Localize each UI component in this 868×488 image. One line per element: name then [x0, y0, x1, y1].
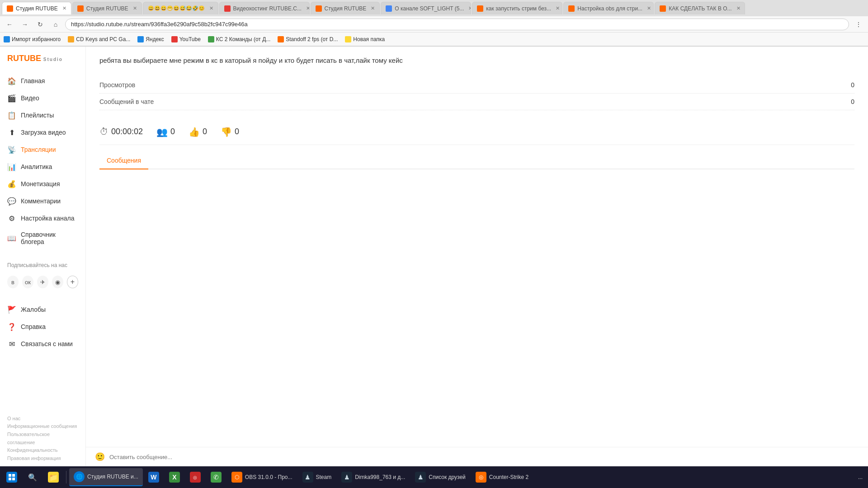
bookmark-standoff[interactable]: Standoff 2 fps (от D... [278, 36, 338, 42]
home-button[interactable]: ⌂ [50, 19, 61, 30]
tab-8-close[interactable]: ✕ [647, 5, 651, 11]
tab-3[interactable]: 😀😃😄😁😆😅😂🤣😊 ✕ [143, 2, 218, 14]
taskbar-steam1[interactable]: ♟ Steam [298, 468, 336, 486]
tab-2[interactable]: Студия RUTUBE ✕ [72, 2, 142, 14]
sidebar-item-comments[interactable]: 💬 Комментарии [0, 192, 85, 210]
sidebar-item-video[interactable]: 🎬 Видео [0, 89, 85, 107]
stream-controls: ⏱ 00:00:02 👥 0 👍 0 👎 0 [99, 119, 854, 145]
sidebar-item-home[interactable]: 🏠 Главная [0, 72, 85, 89]
tab-messages[interactable]: Сообщения [99, 152, 148, 169]
footer-privacy[interactable]: Конфиденциальность [7, 446, 78, 455]
tab-1[interactable]: Студия RUTUBE ✕ [2, 2, 71, 14]
sidebar-video-label: Видео [21, 94, 39, 102]
tab-7-favicon [477, 5, 483, 12]
blog-help-icon: 📖 [7, 234, 16, 243]
sidebar-complaints-label: Жалобы [21, 306, 46, 313]
sidebar-item-upload[interactable]: ⬆ Загрузка видео [0, 124, 85, 141]
taskbar-search[interactable]: 🔍 [23, 468, 42, 486]
tab-8-favicon [568, 5, 575, 12]
taskbar-steam3[interactable]: ♟ Список друзей [410, 468, 470, 486]
bookmarks-bar: Импорт избранного CD Keys and PC Ga... Я… [0, 33, 868, 46]
comments-icon: 💬 [7, 197, 16, 206]
telegram-button[interactable]: ✈ [37, 276, 48, 288]
bookmark-folder[interactable]: Новая папка [345, 36, 385, 42]
svg-rect-3 [12, 478, 15, 480]
tab-9[interactable]: КАК СДЕЛАТЬ ТАК В О... ✕ [655, 2, 745, 14]
taskbar-steam2[interactable]: ♟ Dimka998_763 и д... [337, 468, 410, 486]
sidebar-item-analytics[interactable]: 📊 Аналитика [0, 158, 85, 175]
bookmark-youtube[interactable]: YouTube [171, 36, 201, 42]
taskbar-cs2[interactable]: ◎ Counter-Strike 2 [471, 468, 533, 486]
address-text: https://studio.rutube.ru/stream/936ffa3e… [71, 21, 248, 28]
tab-3-close[interactable]: ✕ [209, 5, 213, 11]
tab-7-close[interactable]: ✕ [556, 5, 560, 11]
chat-input[interactable] [109, 454, 859, 460]
back-button[interactable]: ← [4, 19, 15, 30]
tab-5[interactable]: Студия RUTUBE ✕ [311, 2, 380, 14]
bookmark-standoff-icon [278, 36, 284, 42]
tab-2-close[interactable]: ✕ [133, 5, 137, 11]
faq-icon: ❓ [7, 322, 16, 331]
bookmark-cdkeys[interactable]: CD Keys and PC Ga... [68, 36, 130, 42]
taskbar-excel[interactable]: X [165, 468, 184, 486]
refresh-button[interactable]: ↻ [34, 19, 46, 30]
tab-1-favicon [7, 5, 13, 12]
taskbar-time: ... [858, 474, 863, 480]
windows-icon [6, 472, 17, 483]
sidebar-playlists-label: Плейлисты [21, 112, 54, 119]
bookmark-yandex[interactable]: Яндекс [137, 36, 164, 42]
tab-1-close[interactable]: ✕ [62, 5, 66, 11]
sidebar-item-monetization[interactable]: 💰 Монетизация [0, 175, 85, 192]
footer-info[interactable]: Информационные сообщения [7, 422, 78, 431]
forward-button[interactable]: → [19, 19, 31, 30]
social-more-button[interactable]: + [67, 276, 78, 288]
taskbar-obs-label: OBS 31.0.0 - Про... [245, 474, 292, 480]
tab-4-close[interactable]: ✕ [306, 5, 310, 11]
subscribe-section: Подписывайтесь на нас [0, 258, 85, 272]
sidebar-item-faq[interactable]: ❓ Справка [0, 318, 85, 335]
taskbar-whatsapp[interactable]: ✆ [206, 468, 226, 486]
social-row: в ок ✈ ◉ + [0, 272, 85, 292]
sidebar-item-settings[interactable]: ⚙ Настройка канала [0, 210, 85, 227]
taskbar-cs-icon[interactable]: ◎ [185, 468, 205, 486]
taskbar-word[interactable]: W [144, 468, 164, 486]
bookmark-youtube-label: YouTube [179, 36, 201, 42]
ok-button[interactable]: ок [22, 276, 33, 288]
taskbar-cs2-label: Counter-Strike 2 [489, 474, 528, 480]
sidebar-item-contact[interactable]: ✉ Связаться с нами [0, 335, 85, 352]
tab-6[interactable]: О канале SOFT_LIGHT (5... ✕ [381, 2, 471, 14]
tab-8[interactable]: Настройка obs для стри... ✕ [563, 2, 654, 14]
tab-6-close[interactable]: ✕ [468, 5, 471, 11]
taskbar-edge[interactable]: 🌐 Студия RUTUBE и... [69, 468, 143, 486]
footer-terms[interactable]: Пользовательское соглашение [7, 431, 78, 446]
sidebar-item-blog-help[interactable]: 📖 Справочник блогера [0, 227, 85, 249]
footer-about[interactable]: О нас [7, 415, 78, 423]
sidebar-item-playlists[interactable]: 📋 Плейлисты [0, 107, 85, 124]
cs-icon: ◎ [190, 472, 201, 483]
tab-5-close[interactable]: ✕ [371, 5, 375, 11]
tab-3-label: 😀😃😄😁😆😅😂🤣😊 [148, 5, 205, 11]
bookmark-cs[interactable]: КС 2 Команды (от Д... [208, 36, 270, 42]
taskbar-files[interactable]: 📁 [43, 468, 63, 486]
taskbar-steam2-label: Dimka998_763 и д... [355, 474, 405, 480]
sidebar-item-complaints[interactable]: 🚩 Жалобы [0, 301, 85, 318]
vk-button[interactable]: в [7, 276, 19, 288]
files-icon: 📁 [48, 472, 59, 483]
edge-icon: 🌐 [74, 471, 85, 482]
extensions-button[interactable]: ⋮ [853, 19, 864, 30]
bookmark-cs-label: КС 2 Команды (от Д... [216, 36, 270, 42]
taskbar-start[interactable] [2, 468, 22, 486]
footer-legal[interactable]: Правовая информация [7, 455, 78, 463]
address-bar[interactable]: https://studio.rutube.ru/stream/936ffa3e… [65, 19, 849, 30]
bookmark-import[interactable]: Импорт избранного [4, 36, 61, 42]
taskbar-obs[interactable]: ⬡ OBS 31.0.0 - Про... [227, 468, 297, 486]
tab-7[interactable]: как запустить стрим без... ✕ [472, 2, 562, 14]
home-icon: 🏠 [7, 76, 16, 85]
tab-9-close[interactable]: ✕ [736, 5, 741, 11]
contact-icon: ✉ [7, 339, 16, 348]
sidebar-item-streams[interactable]: 📡 Трансляции [0, 141, 85, 158]
excel-icon: X [169, 472, 180, 483]
tab-4[interactable]: Видеохостинг RUTUBE.С... ✕ [219, 2, 310, 14]
svg-rect-0 [9, 474, 11, 477]
viber-button[interactable]: ◉ [52, 276, 63, 288]
